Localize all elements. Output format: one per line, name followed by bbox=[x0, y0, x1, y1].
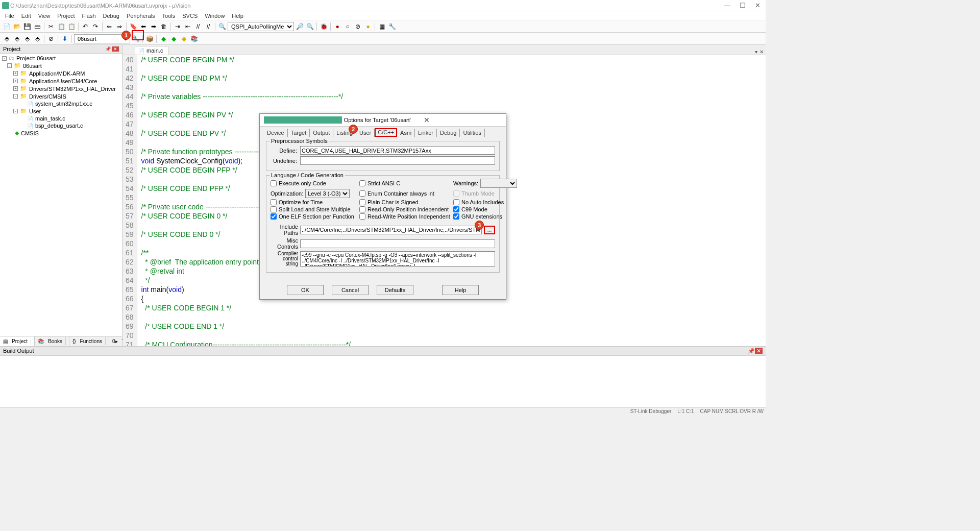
copy-icon[interactable]: 📋 bbox=[57, 22, 66, 31]
books-icon[interactable]: 📚 bbox=[189, 34, 199, 43]
editor-tab-main[interactable]: 📄 main.c bbox=[135, 46, 168, 55]
project-tree[interactable]: -🗂Project: 06usart -📁06usart+📁Applicatio… bbox=[0, 54, 122, 336]
open-icon[interactable]: 📂 bbox=[12, 22, 21, 31]
build-close-icon[interactable]: ✕ bbox=[755, 348, 763, 354]
tab-target[interactable]: Target bbox=[288, 129, 310, 137]
tree-item[interactable]: -📁06usart bbox=[1, 62, 121, 69]
indent-icon[interactable]: ⇥ bbox=[173, 22, 182, 31]
panel-pin-icon[interactable]: 📌 bbox=[105, 46, 111, 52]
bookmark-icon[interactable]: 🔖 bbox=[129, 22, 138, 31]
manage-icon[interactable]: 📦 bbox=[145, 34, 154, 43]
inc-input[interactable] bbox=[300, 226, 482, 234]
menu-tools[interactable]: Tools bbox=[159, 12, 179, 19]
break-insert-icon[interactable]: ● bbox=[333, 22, 342, 31]
incfind-icon[interactable]: 🔍 bbox=[305, 22, 314, 31]
inc-browse-button[interactable]: ... bbox=[484, 226, 495, 234]
translate-icon[interactable]: ⬘ bbox=[2, 34, 11, 43]
batch-icon[interactable]: ⬘ bbox=[33, 34, 42, 43]
tab-user[interactable]: User bbox=[356, 129, 375, 137]
chk-enum[interactable] bbox=[359, 190, 365, 197]
window-icon[interactable]: ▦ bbox=[377, 22, 386, 31]
ok-button[interactable]: OK bbox=[287, 285, 324, 295]
opt-select[interactable]: Level 3 (-O3) bbox=[305, 189, 350, 198]
chk-noauto[interactable] bbox=[453, 199, 459, 205]
tab-output[interactable]: Output bbox=[310, 129, 333, 137]
menu-window[interactable]: Window bbox=[202, 12, 228, 19]
stop-icon[interactable]: ⊘ bbox=[46, 34, 56, 43]
chk-plainchar[interactable] bbox=[359, 199, 365, 205]
menu-view[interactable]: View bbox=[35, 12, 54, 19]
panel-close-icon[interactable]: ✕ bbox=[112, 46, 119, 52]
saveall-icon[interactable]: 🗃 bbox=[33, 22, 42, 31]
chk-c99[interactable] bbox=[453, 206, 459, 212]
tree-item[interactable]: 📄system_stm32mp1xx.c bbox=[1, 100, 121, 107]
tab-functions[interactable]: {} Functions bbox=[69, 336, 109, 346]
tree-item[interactable]: +📁Application/MDK-ARM bbox=[1, 69, 121, 77]
config-icon[interactable]: 🔧 bbox=[387, 22, 397, 31]
chk-opt4time[interactable] bbox=[271, 199, 277, 205]
navback-icon[interactable]: ⇐ bbox=[105, 22, 114, 31]
tab-linker[interactable]: Linker bbox=[415, 129, 437, 137]
comment-icon[interactable]: // bbox=[193, 22, 203, 31]
build-pin-icon[interactable]: 📌 bbox=[748, 348, 755, 354]
find-combo[interactable]: QSPI_AutoPollingMemRe bbox=[228, 22, 294, 31]
break-disable-icon[interactable]: ○ bbox=[343, 22, 352, 31]
save-icon[interactable]: 💾 bbox=[22, 22, 32, 31]
menu-file[interactable]: File bbox=[2, 12, 17, 19]
pack-installer-icon[interactable]: ◆ bbox=[179, 34, 188, 43]
define-input[interactable] bbox=[300, 146, 495, 155]
bookmark-prev-icon[interactable]: ⬅ bbox=[139, 22, 148, 31]
tab-debug[interactable]: Debug bbox=[437, 129, 460, 137]
tree-item[interactable]: +📁Drivers/STM32MP1xx_HAL_Driver bbox=[1, 85, 121, 92]
rebuild-icon[interactable]: ⬘ bbox=[22, 34, 32, 43]
unindent-icon[interactable]: ⇤ bbox=[183, 22, 192, 31]
chk-ropi[interactable] bbox=[359, 206, 365, 212]
defaults-button[interactable]: Defaults bbox=[377, 285, 413, 295]
bookmark-clear-icon[interactable]: 🗑 bbox=[159, 22, 168, 31]
dialog-close-icon[interactable]: ✕ bbox=[424, 116, 502, 124]
tree-item[interactable]: -📁Drivers/CMSIS bbox=[1, 92, 121, 100]
navfwd-icon[interactable]: ⇒ bbox=[115, 22, 124, 31]
tab-books[interactable]: 📚 Books bbox=[35, 336, 69, 346]
help-button[interactable]: Help bbox=[442, 285, 479, 295]
cancel-button[interactable]: Cancel bbox=[332, 285, 369, 295]
redo-icon[interactable]: ↷ bbox=[91, 22, 100, 31]
minimize-icon[interactable]: — bbox=[724, 2, 730, 9]
findfiles-icon[interactable]: 🔎 bbox=[295, 22, 304, 31]
menu-help[interactable]: Help bbox=[229, 12, 247, 19]
tab-asm[interactable]: Asm bbox=[397, 129, 415, 137]
break-enable-icon[interactable]: ● bbox=[363, 22, 373, 31]
tab-ccpp[interactable]: C/C++ bbox=[375, 128, 397, 137]
tree-item[interactable]: ◆CMSIS bbox=[1, 129, 121, 137]
menu-edit[interactable]: Edit bbox=[18, 12, 34, 19]
tree-item[interactable]: 📄bsp_debug_usart.c bbox=[1, 122, 121, 129]
bookmark-next-icon[interactable]: ➡ bbox=[149, 22, 158, 31]
build-icon[interactable]: ⬘ bbox=[12, 34, 21, 43]
tree-item[interactable]: 📄main_task.c bbox=[1, 115, 121, 122]
menu-svcs[interactable]: SVCS bbox=[179, 12, 201, 19]
menu-debug[interactable]: Debug bbox=[100, 12, 122, 19]
manage-rte-icon[interactable]: ◆ bbox=[159, 34, 168, 43]
find-icon[interactable]: 🔍 bbox=[217, 22, 227, 31]
cut-icon[interactable]: ✂ bbox=[46, 22, 56, 31]
warnings-select[interactable] bbox=[480, 179, 517, 188]
misc-input[interactable] bbox=[300, 239, 495, 248]
chk-oneelf[interactable] bbox=[271, 213, 277, 220]
menu-flash[interactable]: Flash bbox=[79, 12, 99, 19]
tab-utilities[interactable]: Utilities bbox=[460, 129, 484, 137]
break-killall-icon[interactable]: ⊘ bbox=[353, 22, 362, 31]
tree-item[interactable]: -📁User bbox=[1, 107, 121, 115]
debug-icon[interactable]: 🐞 bbox=[319, 22, 328, 31]
editor-close-icon[interactable]: ✕ bbox=[760, 49, 764, 55]
chk-strict[interactable] bbox=[359, 180, 365, 186]
tab-project[interactable]: ▤ Project bbox=[0, 336, 35, 346]
chk-gnu[interactable] bbox=[453, 213, 459, 220]
chk-split[interactable] bbox=[271, 206, 277, 212]
editor-dropdown-icon[interactable]: ▾ bbox=[755, 49, 757, 55]
paste-icon[interactable]: 📋 bbox=[67, 22, 76, 31]
new-icon[interactable]: 📄 bbox=[2, 22, 11, 31]
menu-project[interactable]: Project bbox=[54, 12, 78, 19]
project-root[interactable]: Project: 06usart bbox=[16, 55, 56, 61]
menu-peripherals[interactable]: Peripherals bbox=[124, 12, 158, 19]
maximize-icon[interactable]: ☐ bbox=[740, 2, 746, 9]
